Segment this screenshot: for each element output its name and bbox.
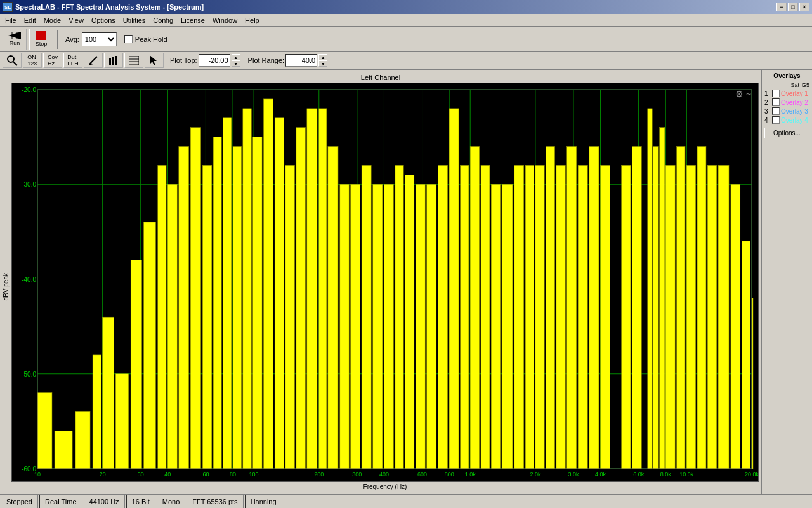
plot-top-input[interactable] [199, 54, 230, 67]
overlay-row-3: 3 Overlay 3 [764, 107, 809, 115]
plot-range-spinner[interactable]: ▲ ▼ [318, 54, 327, 67]
grid-button[interactable] [124, 53, 143, 68]
status-stopped: Stopped [1, 495, 38, 508]
copy-button[interactable]: CovHz [43, 53, 62, 68]
plot-range-input[interactable] [285, 54, 317, 67]
menu-edit[interactable]: Edit [20, 15, 40, 25]
pen-icon [88, 55, 98, 65]
overlay-num-2: 2 [764, 99, 771, 106]
status-realtime: Real Time [39, 495, 82, 508]
options-button[interactable]: Options... [764, 128, 809, 138]
status-channels: Mono [157, 495, 186, 508]
overlay-check-3[interactable] [772, 107, 780, 115]
toolbar2: ON12× CovHz DutFFH Plot Top: ▲ ▼ Plot Ra… [0, 52, 812, 70]
menu-config[interactable]: Config [149, 15, 177, 25]
run-icon [8, 32, 21, 39]
sat-label: Sat [790, 82, 799, 88]
plot-range-label: Plot Range: [248, 57, 284, 64]
stop-label: Stop [36, 41, 48, 47]
toolbar-separator [57, 30, 58, 49]
app-title: SpectraLAB - FFT Spectral Analysis Syste… [15, 3, 204, 11]
svg-marker-4 [88, 63, 93, 65]
titlebar-controls[interactable]: − □ × [776, 3, 809, 11]
plot-range-up[interactable]: ▲ [318, 54, 327, 60]
menu-file[interactable]: File [1, 15, 20, 25]
menu-mode[interactable]: Mode [40, 15, 65, 25]
maximize-button[interactable]: □ [788, 3, 798, 11]
svg-line-2 [13, 62, 17, 65]
menu-window[interactable]: Window [209, 15, 241, 25]
overlay-num-1: 1 [764, 90, 771, 97]
titlebar-left: SL SpectraLAB - FFT Spectral Analysis Sy… [3, 2, 204, 12]
pen-button[interactable] [84, 53, 103, 68]
svg-rect-0 [36, 31, 46, 40]
peak-hold-area: Peak Hold [124, 35, 167, 43]
peak-hold-checkbox[interactable] [124, 35, 133, 43]
stop-icon [36, 31, 46, 40]
overlay-num-4: 4 [764, 117, 771, 124]
x-axis-title: Frequency (Hz) [11, 482, 759, 491]
main-area: Left Channel dBV peak Frequency (Hz) Ove… [0, 70, 812, 494]
overlay-label-4: Overlay 4 [781, 117, 808, 124]
svg-rect-7 [115, 56, 117, 65]
statusbar: Stopped Real Time 44100 Hz 16 Bit Mono F… [0, 494, 812, 508]
close-button[interactable]: × [799, 3, 809, 11]
y-axis-label: dBV peak [3, 273, 11, 300]
stop-button[interactable]: Stop [29, 29, 53, 50]
chart-title: Left Channel [3, 72, 759, 83]
overlay-check-2[interactable] [772, 98, 780, 106]
menu-license[interactable]: License [177, 15, 209, 25]
svg-rect-5 [109, 58, 111, 65]
overlay-row-1: 1 Overlay 1 [764, 90, 809, 97]
menu-view[interactable]: View [65, 15, 88, 25]
overlays-panel: Overlays Sat G5 1 Overlay 1 2 Overlay 2 … [761, 70, 812, 494]
chart-canvas-area [11, 83, 759, 482]
status-fft: FFT 65536 pts [187, 495, 243, 508]
bar-button[interactable] [104, 53, 123, 68]
status-window: Hanning [245, 495, 282, 508]
menubar: File Edit Mode View Options Utilities Co… [0, 14, 812, 27]
overlay-check-1[interactable] [772, 90, 780, 97]
bar-icon [108, 56, 119, 65]
grid-icon [129, 56, 139, 65]
plot-top-label: Plot Top: [170, 57, 197, 64]
chart-inner: Frequency (Hz) [11, 83, 759, 491]
plot-top-spinner[interactable]: ▲ ▼ [232, 54, 240, 67]
avg-label: Avg: [65, 36, 79, 43]
zoom-in-button[interactable]: ON12× [23, 53, 42, 68]
run-label: Run [10, 40, 20, 46]
toolbar1: Run Stop Avg: 100 1 2 4 8 16 32 64 200 P… [0, 27, 812, 52]
svg-rect-6 [112, 57, 114, 65]
app-icon: SL [3, 2, 13, 12]
minimize-button[interactable]: − [776, 3, 787, 11]
titlebar: SL SpectraLAB - FFT Spectral Analysis Sy… [0, 0, 812, 14]
status-bitdepth: 16 Bit [126, 495, 155, 508]
avg-select[interactable]: 100 1 2 4 8 16 32 64 200 [82, 32, 117, 46]
overlay-check-4[interactable] [772, 116, 780, 124]
overlay-row-2: 2 Overlay 2 [764, 98, 809, 106]
overlay-label-1: Overlay 1 [781, 90, 808, 97]
cursor-icon [150, 55, 159, 65]
plot-top-up[interactable]: ▲ [232, 54, 240, 60]
plot-range-down[interactable]: ▼ [318, 60, 327, 67]
svg-rect-8 [129, 56, 139, 65]
zoom-button[interactable] [3, 53, 22, 68]
zoom-icon [6, 55, 18, 66]
chart-wrap: dBV peak Frequency (Hz) [3, 83, 759, 491]
cursor-button[interactable] [145, 53, 164, 68]
output-button[interactable]: DutFFH [63, 53, 82, 68]
run-button[interactable]: Run [3, 29, 27, 50]
overlay-label-2: Overlay 2 [781, 99, 808, 106]
overlay-row-4: 4 Overlay 4 [764, 116, 809, 124]
g5-label: G5 [802, 82, 809, 88]
plot-top-down[interactable]: ▼ [232, 60, 240, 67]
menu-utilities[interactable]: Utilities [119, 15, 149, 25]
menu-help[interactable]: Help [241, 15, 263, 25]
peak-hold-label: Peak Hold [135, 36, 167, 43]
spectrum-canvas [12, 83, 758, 481]
overlay-num-3: 3 [764, 108, 771, 115]
chart-container: Left Channel dBV peak Frequency (Hz) [0, 70, 761, 494]
overlays-title: Overlays [764, 72, 809, 79]
menu-options[interactable]: Options [88, 15, 119, 25]
svg-point-1 [8, 56, 14, 62]
